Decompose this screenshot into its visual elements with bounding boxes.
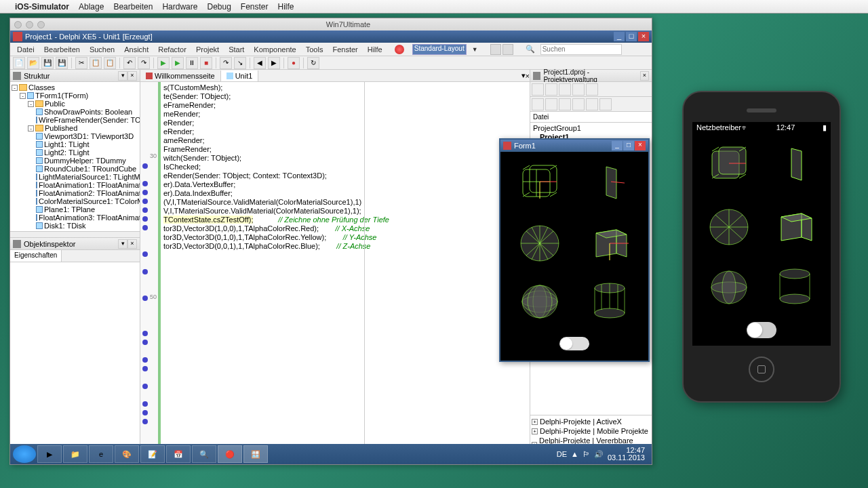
tb-cut[interactable]: ✂	[75, 57, 87, 69]
menu-debug[interactable]: Debug	[207, 2, 231, 12]
menu-suchen[interactable]: Suchen	[85, 44, 119, 55]
app-name[interactable]: iOS-Simulator	[15, 2, 69, 12]
tree-node[interactable]: ColorMaterialSource1: TColorMat	[12, 197, 138, 205]
tree-node[interactable]: Disk1: TDisk	[12, 222, 138, 230]
tree-node[interactable]: RoundCube1: TRoundCube	[12, 165, 138, 173]
taskbar-app[interactable]: 📝	[140, 445, 165, 463]
menu-ablage[interactable]: Ablage	[79, 2, 104, 12]
proj-tb[interactable]	[545, 83, 557, 96]
proj-tb[interactable]	[599, 98, 612, 110]
tree-node[interactable]: Light2: TLight	[12, 148, 138, 157]
tool-icon[interactable]	[502, 44, 513, 55]
panel-btn[interactable]: ×	[127, 239, 137, 249]
tb-paste[interactable]: 📋	[104, 57, 116, 69]
tab-unit1[interactable]: Unit1	[221, 70, 259, 81]
tb-copy[interactable]: 📋	[90, 57, 102, 69]
proj-node[interactable]: ProjectGroup1	[532, 124, 650, 133]
menu-hardware[interactable]: Hardware	[162, 2, 197, 12]
menu-hilfe[interactable]: Hilfe	[278, 2, 294, 12]
menu-fenster[interactable]: Fenster	[241, 2, 269, 12]
tb-stepover[interactable]: ↷	[220, 57, 232, 69]
clock[interactable]: 12:47 03.11.2013	[608, 447, 645, 462]
mac-zoom-btn[interactable]	[37, 21, 45, 28]
form-close-btn[interactable]: ×	[635, 141, 646, 150]
category-item[interactable]: +Delphi-Projekte | ActiveX	[532, 417, 650, 426]
ide-minimize-btn[interactable]: _	[614, 32, 625, 41]
panel-btn[interactable]: ×	[127, 71, 137, 81]
ide-maximize-btn[interactable]: □	[626, 32, 637, 41]
hscrollbar[interactable]	[10, 231, 140, 238]
panel-btn[interactable]: ×	[640, 71, 649, 81]
menu-start[interactable]: Start	[224, 44, 248, 55]
stop-icon[interactable]	[395, 45, 404, 54]
tool-icon[interactable]	[490, 44, 501, 55]
tree-node[interactable]: FloatAnimation2: TFloatAnimatior	[12, 189, 138, 197]
tray-flag-icon[interactable]: 🏳	[583, 450, 590, 458]
taskbar-wmp[interactable]: ▶	[37, 445, 62, 463]
taskbar-explorer[interactable]: 📁	[63, 445, 87, 463]
tree-node[interactable]: -Published	[12, 124, 138, 132]
tb-redo[interactable]: ↷	[138, 57, 150, 69]
proj-tb[interactable]	[559, 98, 571, 110]
code-editor[interactable]: 3050 s(TCustomMesh);te(Sender: TObject);…	[140, 82, 530, 444]
lang-indicator[interactable]: DE	[557, 450, 567, 458]
tree-node[interactable]: LightMaterialSource1: TLightMate	[12, 173, 138, 181]
tab-eigenschaften[interactable]: Eigenschaften	[10, 250, 62, 262]
proj-tb[interactable]	[545, 98, 557, 110]
category-item[interactable]: +Delphi-Projekte | Mobile Projekte	[532, 426, 650, 436]
menu-projekt[interactable]: Projekt	[192, 44, 223, 55]
mac-min-btn[interactable]	[26, 21, 33, 28]
search-input[interactable]	[540, 44, 622, 55]
proj-tb[interactable]	[572, 83, 585, 96]
taskbar-ie[interactable]: e	[89, 445, 113, 463]
wireframe-switch[interactable]	[559, 337, 589, 350]
tb-stop[interactable]: ■	[200, 57, 212, 69]
tray-volume-icon[interactable]: 🔊	[594, 450, 604, 459]
tab-willkommen[interactable]: Willkommensseite	[140, 70, 221, 81]
menu-bearbeiten[interactable]: Bearbeiten	[113, 2, 153, 12]
form-min-btn[interactable]: _	[612, 141, 623, 150]
mac-close-btn[interactable]	[14, 21, 22, 28]
taskbar-app[interactable]: 🔍	[192, 445, 216, 463]
menu-datei[interactable]: Datei	[13, 44, 39, 55]
tray-flag-icon[interactable]: ▲	[571, 450, 578, 458]
layout-combo[interactable]: Standard-Layout	[412, 44, 467, 55]
tb-terminate[interactable]: ●	[288, 57, 300, 69]
tb-fwd[interactable]: ▶	[268, 57, 280, 69]
tb-save[interactable]: 💾	[41, 57, 54, 69]
menu-komponente[interactable]: Komponente	[250, 44, 300, 55]
tree-node[interactable]: Viewport3D1: TViewport3D	[12, 132, 138, 140]
proj-tb[interactable]	[586, 83, 598, 96]
proj-tb[interactable]	[532, 83, 544, 96]
taskbar-app[interactable]: 🎨	[115, 445, 139, 463]
tb-pause[interactable]: ⏸	[186, 57, 198, 69]
menu-bearbeiten[interactable]: Bearbeiten	[40, 44, 84, 55]
tb-saveall[interactable]: 💾	[56, 57, 68, 69]
form1-viewport[interactable]	[500, 152, 648, 361]
system-tray[interactable]: DE ▲ 🏳 🔊 12:47 03.11.2013	[553, 447, 649, 462]
struktur-tree[interactable]: -Classes-TForm1(TForm)-PublicShowDrawPoi…	[10, 82, 140, 238]
form-max-btn[interactable]: □	[623, 141, 634, 150]
taskbar-app[interactable]: 📅	[166, 445, 191, 463]
tree-node[interactable]: Plane1: TPlane	[12, 205, 138, 214]
menu-tools[interactable]: Tools	[302, 44, 328, 55]
taskbar-delphi[interactable]: 🔴	[218, 445, 242, 463]
tb-open[interactable]: 📂	[27, 57, 39, 69]
tree-node[interactable]: -Public	[12, 100, 138, 108]
menu-ansicht[interactable]: Ansicht	[120, 44, 153, 55]
tb-back[interactable]: ◀	[254, 57, 266, 69]
proj-tb[interactable]	[586, 98, 598, 110]
tree-node[interactable]: -Classes	[12, 83, 138, 92]
panel-btn[interactable]: ▾	[118, 71, 127, 81]
form1-titlebar[interactable]: Form1 _ □ ×	[500, 140, 648, 152]
tree-node[interactable]: WireFrameRender(Sender: TObj	[12, 116, 138, 124]
tree-node[interactable]: FloatAnimation1: TFloatAnimatior	[12, 181, 138, 189]
home-button[interactable]	[749, 357, 774, 382]
menu-fenster[interactable]: Fenster	[328, 44, 361, 55]
ios-wireframe-switch[interactable]	[747, 322, 776, 338]
proj-tb[interactable]	[532, 98, 544, 110]
tree-node[interactable]: ShowDrawPoints: Boolean	[12, 108, 138, 116]
tree-node[interactable]: Light1: TLight	[12, 140, 138, 148]
proj-tb[interactable]	[559, 83, 571, 96]
proj-tb[interactable]	[572, 98, 585, 110]
